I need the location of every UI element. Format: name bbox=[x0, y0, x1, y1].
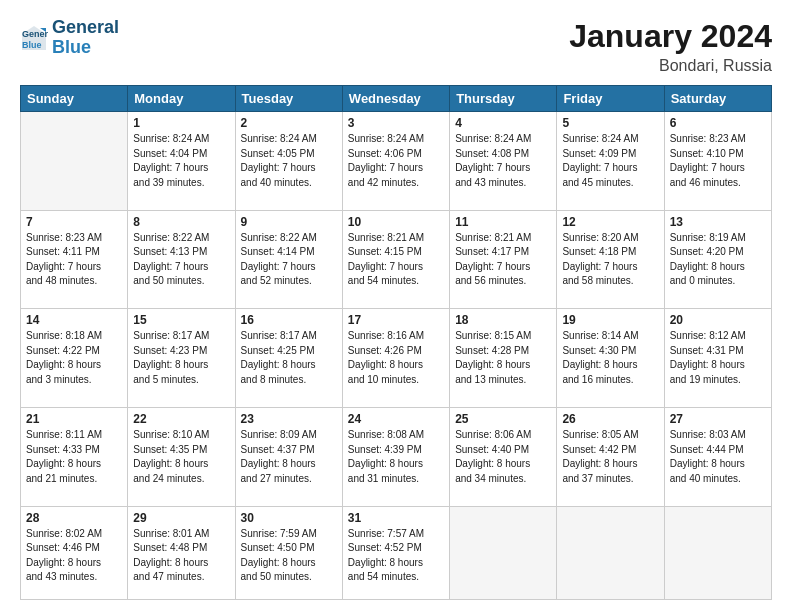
day-info: Sunrise: 8:03 AMSunset: 4:44 PMDaylight:… bbox=[670, 428, 766, 486]
calendar-cell: 9Sunrise: 8:22 AMSunset: 4:14 PMDaylight… bbox=[235, 210, 342, 309]
calendar-cell: 24Sunrise: 8:08 AMSunset: 4:39 PMDayligh… bbox=[342, 408, 449, 507]
logo-line2: Blue bbox=[52, 38, 119, 58]
day-number: 9 bbox=[241, 215, 337, 229]
calendar-week-3: 14Sunrise: 8:18 AMSunset: 4:22 PMDayligh… bbox=[21, 309, 772, 408]
day-number: 16 bbox=[241, 313, 337, 327]
day-info: Sunrise: 8:19 AMSunset: 4:20 PMDaylight:… bbox=[670, 231, 766, 289]
calendar-week-1: 1Sunrise: 8:24 AMSunset: 4:04 PMDaylight… bbox=[21, 112, 772, 211]
day-info: Sunrise: 8:24 AMSunset: 4:05 PMDaylight:… bbox=[241, 132, 337, 190]
calendar-cell: 4Sunrise: 8:24 AMSunset: 4:08 PMDaylight… bbox=[450, 112, 557, 211]
day-number: 31 bbox=[348, 511, 444, 525]
day-info: Sunrise: 8:21 AMSunset: 4:17 PMDaylight:… bbox=[455, 231, 551, 289]
calendar-cell: 6Sunrise: 8:23 AMSunset: 4:10 PMDaylight… bbox=[664, 112, 771, 211]
day-number: 3 bbox=[348, 116, 444, 130]
day-info: Sunrise: 8:11 AMSunset: 4:33 PMDaylight:… bbox=[26, 428, 122, 486]
logo-line1: General bbox=[52, 18, 119, 38]
weekday-header-saturday: Saturday bbox=[664, 86, 771, 112]
calendar-cell: 18Sunrise: 8:15 AMSunset: 4:28 PMDayligh… bbox=[450, 309, 557, 408]
calendar-header: SundayMondayTuesdayWednesdayThursdayFrid… bbox=[21, 86, 772, 112]
calendar-cell: 8Sunrise: 8:22 AMSunset: 4:13 PMDaylight… bbox=[128, 210, 235, 309]
calendar-cell: 22Sunrise: 8:10 AMSunset: 4:35 PMDayligh… bbox=[128, 408, 235, 507]
logo: General Blue General Blue bbox=[20, 18, 119, 58]
day-info: Sunrise: 8:17 AMSunset: 4:25 PMDaylight:… bbox=[241, 329, 337, 387]
calendar-cell: 3Sunrise: 8:24 AMSunset: 4:06 PMDaylight… bbox=[342, 112, 449, 211]
day-info: Sunrise: 7:57 AMSunset: 4:52 PMDaylight:… bbox=[348, 527, 444, 585]
day-number: 6 bbox=[670, 116, 766, 130]
calendar-cell: 19Sunrise: 8:14 AMSunset: 4:30 PMDayligh… bbox=[557, 309, 664, 408]
calendar-title: January 2024 bbox=[569, 18, 772, 55]
day-number: 7 bbox=[26, 215, 122, 229]
calendar-week-2: 7Sunrise: 8:23 AMSunset: 4:11 PMDaylight… bbox=[21, 210, 772, 309]
day-info: Sunrise: 8:23 AMSunset: 4:11 PMDaylight:… bbox=[26, 231, 122, 289]
day-number: 12 bbox=[562, 215, 658, 229]
day-number: 15 bbox=[133, 313, 229, 327]
day-number: 19 bbox=[562, 313, 658, 327]
weekday-header-friday: Friday bbox=[557, 86, 664, 112]
day-number: 8 bbox=[133, 215, 229, 229]
calendar-cell bbox=[557, 506, 664, 599]
calendar-subtitle: Bondari, Russia bbox=[569, 57, 772, 75]
calendar-cell: 12Sunrise: 8:20 AMSunset: 4:18 PMDayligh… bbox=[557, 210, 664, 309]
calendar-cell: 20Sunrise: 8:12 AMSunset: 4:31 PMDayligh… bbox=[664, 309, 771, 408]
weekday-header-wednesday: Wednesday bbox=[342, 86, 449, 112]
day-info: Sunrise: 8:21 AMSunset: 4:15 PMDaylight:… bbox=[348, 231, 444, 289]
day-number: 29 bbox=[133, 511, 229, 525]
day-info: Sunrise: 8:05 AMSunset: 4:42 PMDaylight:… bbox=[562, 428, 658, 486]
weekday-header-monday: Monday bbox=[128, 86, 235, 112]
day-info: Sunrise: 8:06 AMSunset: 4:40 PMDaylight:… bbox=[455, 428, 551, 486]
weekday-header-sunday: Sunday bbox=[21, 86, 128, 112]
calendar-cell: 1Sunrise: 8:24 AMSunset: 4:04 PMDaylight… bbox=[128, 112, 235, 211]
day-number: 17 bbox=[348, 313, 444, 327]
day-number: 18 bbox=[455, 313, 551, 327]
calendar-cell bbox=[21, 112, 128, 211]
logo-text: General Blue bbox=[52, 18, 119, 58]
calendar-cell: 26Sunrise: 8:05 AMSunset: 4:42 PMDayligh… bbox=[557, 408, 664, 507]
day-info: Sunrise: 7:59 AMSunset: 4:50 PMDaylight:… bbox=[241, 527, 337, 585]
page: General Blue General Blue January 2024 B… bbox=[0, 0, 792, 612]
day-info: Sunrise: 8:22 AMSunset: 4:14 PMDaylight:… bbox=[241, 231, 337, 289]
calendar-cell: 5Sunrise: 8:24 AMSunset: 4:09 PMDaylight… bbox=[557, 112, 664, 211]
day-info: Sunrise: 8:09 AMSunset: 4:37 PMDaylight:… bbox=[241, 428, 337, 486]
day-number: 30 bbox=[241, 511, 337, 525]
day-info: Sunrise: 8:08 AMSunset: 4:39 PMDaylight:… bbox=[348, 428, 444, 486]
calendar-cell: 21Sunrise: 8:11 AMSunset: 4:33 PMDayligh… bbox=[21, 408, 128, 507]
day-number: 10 bbox=[348, 215, 444, 229]
calendar-cell: 28Sunrise: 8:02 AMSunset: 4:46 PMDayligh… bbox=[21, 506, 128, 599]
calendar-cell: 29Sunrise: 8:01 AMSunset: 4:48 PMDayligh… bbox=[128, 506, 235, 599]
calendar-cell: 23Sunrise: 8:09 AMSunset: 4:37 PMDayligh… bbox=[235, 408, 342, 507]
calendar-cell: 31Sunrise: 7:57 AMSunset: 4:52 PMDayligh… bbox=[342, 506, 449, 599]
calendar-body: 1Sunrise: 8:24 AMSunset: 4:04 PMDaylight… bbox=[21, 112, 772, 600]
day-info: Sunrise: 8:10 AMSunset: 4:35 PMDaylight:… bbox=[133, 428, 229, 486]
calendar-cell: 17Sunrise: 8:16 AMSunset: 4:26 PMDayligh… bbox=[342, 309, 449, 408]
svg-text:Blue: Blue bbox=[22, 40, 42, 50]
day-number: 11 bbox=[455, 215, 551, 229]
day-number: 22 bbox=[133, 412, 229, 426]
day-number: 26 bbox=[562, 412, 658, 426]
calendar-cell: 16Sunrise: 8:17 AMSunset: 4:25 PMDayligh… bbox=[235, 309, 342, 408]
calendar-cell: 27Sunrise: 8:03 AMSunset: 4:44 PMDayligh… bbox=[664, 408, 771, 507]
day-number: 27 bbox=[670, 412, 766, 426]
day-info: Sunrise: 8:22 AMSunset: 4:13 PMDaylight:… bbox=[133, 231, 229, 289]
calendar-week-4: 21Sunrise: 8:11 AMSunset: 4:33 PMDayligh… bbox=[21, 408, 772, 507]
title-block: January 2024 Bondari, Russia bbox=[569, 18, 772, 75]
day-info: Sunrise: 8:23 AMSunset: 4:10 PMDaylight:… bbox=[670, 132, 766, 190]
day-number: 23 bbox=[241, 412, 337, 426]
calendar-table: SundayMondayTuesdayWednesdayThursdayFrid… bbox=[20, 85, 772, 600]
calendar-cell: 7Sunrise: 8:23 AMSunset: 4:11 PMDaylight… bbox=[21, 210, 128, 309]
day-number: 13 bbox=[670, 215, 766, 229]
day-info: Sunrise: 8:12 AMSunset: 4:31 PMDaylight:… bbox=[670, 329, 766, 387]
day-info: Sunrise: 8:01 AMSunset: 4:48 PMDaylight:… bbox=[133, 527, 229, 585]
day-number: 25 bbox=[455, 412, 551, 426]
day-info: Sunrise: 8:18 AMSunset: 4:22 PMDaylight:… bbox=[26, 329, 122, 387]
day-number: 4 bbox=[455, 116, 551, 130]
day-number: 24 bbox=[348, 412, 444, 426]
weekday-header-tuesday: Tuesday bbox=[235, 86, 342, 112]
day-info: Sunrise: 8:15 AMSunset: 4:28 PMDaylight:… bbox=[455, 329, 551, 387]
day-number: 20 bbox=[670, 313, 766, 327]
day-info: Sunrise: 8:24 AMSunset: 4:09 PMDaylight:… bbox=[562, 132, 658, 190]
day-info: Sunrise: 8:20 AMSunset: 4:18 PMDaylight:… bbox=[562, 231, 658, 289]
day-info: Sunrise: 8:14 AMSunset: 4:30 PMDaylight:… bbox=[562, 329, 658, 387]
day-number: 5 bbox=[562, 116, 658, 130]
calendar-cell: 11Sunrise: 8:21 AMSunset: 4:17 PMDayligh… bbox=[450, 210, 557, 309]
calendar-cell: 2Sunrise: 8:24 AMSunset: 4:05 PMDaylight… bbox=[235, 112, 342, 211]
